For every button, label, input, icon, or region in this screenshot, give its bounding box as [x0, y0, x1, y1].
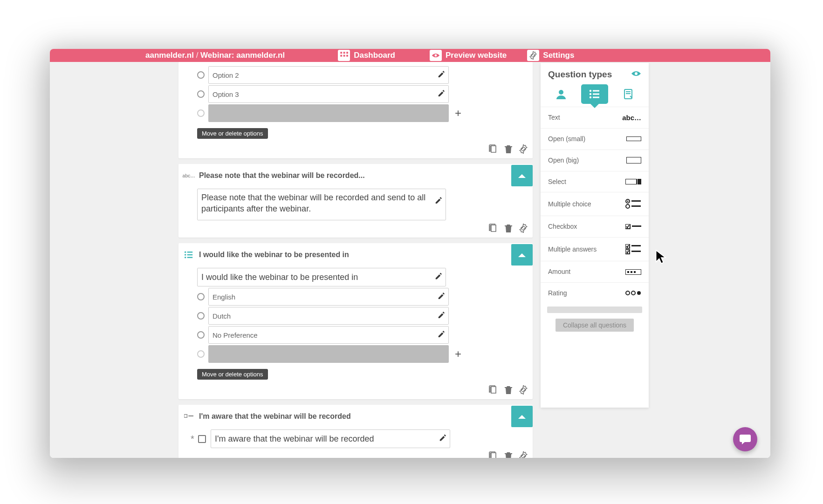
duplicate-button[interactable]	[489, 385, 498, 396]
dashboard-icon	[338, 50, 350, 61]
type-text[interactable]: Text abc…	[541, 107, 649, 128]
delete-button[interactable]	[504, 224, 513, 235]
pencil-icon[interactable]	[438, 293, 445, 301]
type-multiple-answers[interactable]: Multiple answers	[541, 237, 649, 261]
tab-personal[interactable]	[548, 84, 575, 104]
pencil-icon[interactable]	[438, 312, 445, 320]
svg-rect-22	[626, 136, 641, 141]
type-label: Select	[548, 178, 566, 186]
svg-rect-32	[632, 225, 641, 227]
collapse-all-button[interactable]: Collapse all questions	[556, 319, 634, 332]
svg-point-29	[626, 204, 630, 208]
duplicate-button[interactable]	[489, 451, 498, 458]
type-rating[interactable]: Rating	[541, 282, 649, 304]
panel-title: Question types	[548, 69, 612, 80]
pencil-icon[interactable]	[438, 90, 445, 98]
text-glyph-icon: abc…	[622, 114, 641, 122]
question-card[interactable]: I would like the webinar to be presented…	[178, 243, 533, 399]
site-name: aanmelder.nl	[145, 51, 194, 60]
radio-icon[interactable]	[197, 71, 205, 79]
duplicate-button[interactable]	[489, 224, 498, 235]
add-option-button[interactable]: +	[453, 347, 464, 361]
nav-settings[interactable]: Settings	[527, 49, 574, 62]
panel-scrollbar[interactable]	[547, 306, 642, 313]
nav-preview[interactable]: Preview website	[430, 49, 507, 62]
eye-icon	[430, 50, 442, 61]
type-multiple-choice[interactable]: Multiple choice	[541, 192, 649, 216]
checkbox-icon[interactable]	[198, 435, 206, 443]
option-placeholder[interactable]	[208, 345, 449, 363]
pencil-icon[interactable]	[438, 71, 445, 79]
delete-button[interactable]	[504, 451, 513, 458]
collapse-button[interactable]	[511, 244, 533, 266]
collapse-button[interactable]	[511, 406, 533, 427]
page-title: Webinar: aanmelder.nl	[200, 51, 285, 60]
settings-button[interactable]	[519, 144, 528, 156]
chat-launcher[interactable]	[733, 427, 757, 451]
nav-settings-label: Settings	[543, 51, 574, 60]
move-delete-chip[interactable]: Move or delete options	[197, 369, 268, 380]
type-select[interactable]: Select	[541, 171, 649, 192]
option-input[interactable]: No Preference	[208, 326, 449, 344]
type-label: Multiple choice	[548, 200, 591, 208]
radio-icon[interactable]	[197, 331, 205, 339]
svg-rect-39	[631, 271, 632, 273]
question-text-input[interactable]: I would like the webinar to be presented…	[197, 268, 446, 286]
type-amount[interactable]: Amount	[541, 261, 649, 282]
settings-button[interactable]	[519, 451, 528, 458]
option-input[interactable]: Option 2	[208, 66, 449, 84]
option-placeholder[interactable]	[208, 104, 449, 122]
nav-dashboard-label: Dashboard	[354, 51, 395, 60]
option-value: Option 2	[213, 71, 239, 79]
collapse-button[interactable]	[511, 165, 533, 186]
option-input[interactable]: Dutch	[208, 307, 449, 325]
multiple-answers-icon	[625, 244, 641, 254]
delete-button[interactable]	[504, 385, 513, 396]
option-value: Option 3	[213, 90, 239, 98]
svg-rect-19	[346, 55, 348, 57]
option-input[interactable]: English	[208, 288, 449, 306]
add-option-button[interactable]: +	[453, 107, 464, 120]
nav-dashboard[interactable]: Dashboard	[338, 49, 395, 62]
type-open-small[interactable]: Open (small)	[541, 128, 649, 150]
tab-form[interactable]	[615, 84, 642, 104]
settings-button[interactable]	[519, 385, 528, 396]
form-builder-canvas: Option 2 Option 3	[178, 62, 533, 458]
delete-button[interactable]	[504, 144, 513, 156]
eye-icon[interactable]	[631, 70, 641, 79]
type-open-big[interactable]: Open (big)	[541, 150, 649, 171]
question-text-input[interactable]: I'm aware that the webinar will be recor…	[211, 429, 450, 448]
question-card[interactable]: abc… Please note that the webinar will b…	[178, 164, 533, 238]
duplicate-button[interactable]	[489, 144, 498, 156]
radio-icon[interactable]	[197, 90, 205, 98]
breadcrumb[interactable]: aanmelder.nl / Webinar: aanmelder.nl	[141, 51, 289, 60]
move-delete-chip[interactable]: Move or delete options	[197, 128, 268, 139]
amount-icon	[625, 269, 641, 275]
pencil-icon[interactable]	[435, 272, 442, 282]
checkbox-type-icon	[178, 414, 199, 419]
tab-questions[interactable]	[581, 84, 608, 104]
type-checkbox[interactable]: Checkbox	[541, 216, 649, 237]
question-card[interactable]: Option 2 Option 3	[178, 62, 533, 158]
settings-button[interactable]	[519, 224, 528, 235]
question-text: I would like the webinar to be presented…	[201, 272, 358, 282]
svg-rect-34	[631, 245, 641, 246]
pencil-icon[interactable]	[439, 434, 446, 444]
option-input[interactable]: Option 3	[208, 85, 449, 103]
rating-icon	[625, 291, 641, 295]
text-type-icon: abc…	[178, 173, 199, 178]
radio-icon[interactable]	[197, 293, 205, 300]
svg-rect-23	[626, 157, 641, 163]
cursor-icon	[655, 249, 668, 267]
svg-rect-25	[638, 179, 641, 184]
svg-point-43	[637, 291, 641, 295]
svg-rect-36	[631, 251, 641, 252]
question-card[interactable]: I'm aware that the webinar will be recor…	[178, 405, 533, 458]
pencil-icon[interactable]	[438, 331, 445, 339]
svg-point-41	[626, 291, 630, 295]
text-body-input[interactable]: Please note that the webinar will be rec…	[197, 189, 446, 220]
radio-icon[interactable]	[197, 312, 205, 320]
pencil-icon[interactable]	[435, 196, 442, 207]
svg-rect-28	[631, 200, 641, 202]
svg-rect-21	[188, 415, 193, 416]
